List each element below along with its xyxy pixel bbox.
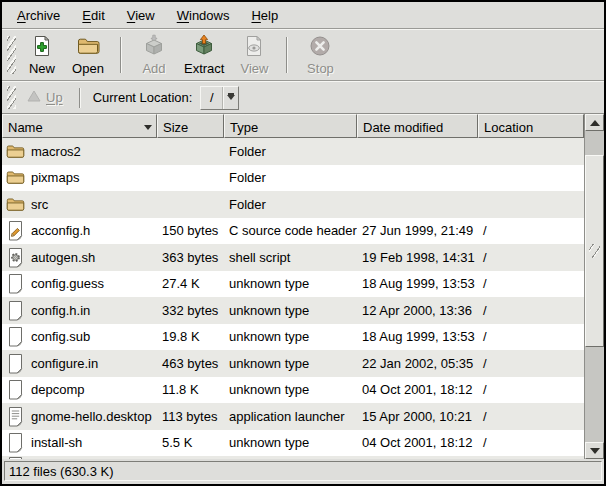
file-type: unknown type bbox=[224, 276, 357, 291]
stop-icon bbox=[308, 34, 332, 61]
menu-help-label: H bbox=[251, 8, 260, 23]
file-list: Name Size Type Date modified Location ma… bbox=[2, 113, 604, 459]
table-row[interactable]: config.h.in332 bytesunknown type12 Apr 2… bbox=[2, 297, 584, 324]
separator bbox=[79, 88, 81, 108]
column-header-name[interactable]: Name bbox=[2, 114, 157, 138]
file-date-modified: 18 Aug 1999, 13:53 bbox=[357, 329, 478, 344]
plain-file-icon bbox=[6, 273, 25, 294]
file-type: unknown type bbox=[224, 382, 357, 397]
table-row[interactable]: config.sub19.8 Kunknown type18 Aug 1999,… bbox=[2, 324, 584, 351]
stop-button: Stop bbox=[297, 32, 343, 78]
menu-archive[interactable]: Archive bbox=[6, 5, 71, 26]
file-type: Folder bbox=[224, 170, 357, 185]
file-name: gnome-hello.desktop bbox=[31, 409, 152, 424]
file-type: unknown type bbox=[224, 356, 357, 371]
table-row[interactable]: gnome-hello.desktop113 bytesapplication … bbox=[2, 403, 584, 430]
table-row[interactable]: configure.in463 bytesunknown type22 Jan … bbox=[2, 350, 584, 377]
new-button-label: New bbox=[29, 62, 55, 76]
menu-archive-label: A bbox=[17, 8, 26, 23]
file-type: unknown type bbox=[224, 329, 357, 344]
table-row[interactable]: config.guess27.4 Kunknown type18 Aug 199… bbox=[2, 271, 584, 298]
file-type: C source code header bbox=[224, 223, 357, 238]
folder-icon bbox=[6, 167, 25, 188]
new-button[interactable]: New bbox=[19, 32, 65, 78]
file-type: Folder bbox=[224, 197, 357, 212]
file-date-modified: 04 Oct 2001, 18:12 bbox=[357, 382, 478, 397]
file-location: / bbox=[478, 409, 584, 424]
file-date-modified: 22 Jan 2002, 05:35 bbox=[357, 356, 478, 371]
sort-indicator-icon[interactable] bbox=[144, 125, 152, 130]
table-row[interactable]: srcFolder bbox=[2, 191, 584, 218]
table-row[interactable]: install-sh5.5 Kunknown type04 Oct 2001, … bbox=[2, 430, 584, 457]
open-button[interactable]: Open bbox=[65, 32, 111, 78]
file-type: shell script bbox=[224, 250, 357, 265]
file-location: / bbox=[478, 382, 584, 397]
new-archive-icon bbox=[30, 34, 54, 61]
file-date-modified: 27 Jun 1999, 21:49 bbox=[357, 223, 478, 238]
menu-help[interactable]: Help bbox=[240, 5, 289, 26]
column-header-type[interactable]: Type bbox=[224, 114, 357, 138]
file-type: unknown type bbox=[224, 435, 357, 450]
file-type: unknown type bbox=[224, 303, 357, 318]
file-date-modified: 04 Oct 2001, 18:12 bbox=[357, 435, 478, 450]
location-bar: Up Current Location: / bbox=[2, 82, 604, 113]
plain-file-icon bbox=[6, 353, 25, 374]
plain-file-icon bbox=[6, 300, 25, 321]
column-header-size[interactable]: Size bbox=[157, 114, 224, 138]
menu-view[interactable]: View bbox=[116, 5, 166, 26]
file-name: config.sub bbox=[31, 329, 90, 344]
menu-edit-label: E bbox=[82, 8, 91, 23]
file-name: macros2 bbox=[31, 144, 81, 159]
vertical-scrollbar[interactable] bbox=[584, 114, 604, 459]
file-size: 5.5 K bbox=[157, 435, 224, 450]
file-type: Folder bbox=[224, 144, 357, 159]
column-header-location[interactable]: Location bbox=[478, 114, 584, 138]
file-location: / bbox=[478, 276, 584, 291]
menubar: Archive Edit View Windows Help bbox=[2, 2, 604, 28]
file-size: 19.8 K bbox=[157, 329, 224, 344]
file-rows: macros2FolderpixmapsFoldersrcFolderaccon… bbox=[2, 138, 584, 459]
location-bar-grip-handle[interactable] bbox=[7, 86, 16, 109]
file-location: / bbox=[478, 329, 584, 344]
column-header-date-modified[interactable]: Date modified bbox=[357, 114, 478, 138]
scrollbar-grip-icon bbox=[589, 244, 600, 258]
menu-edit[interactable]: Edit bbox=[71, 5, 115, 26]
plain-file-icon bbox=[6, 326, 25, 347]
scroll-down-button[interactable] bbox=[585, 442, 604, 459]
scroll-up-button[interactable] bbox=[585, 114, 604, 131]
folder-icon bbox=[6, 141, 25, 162]
file-size: 11.8 K bbox=[157, 382, 224, 397]
scrollbar-thumb[interactable] bbox=[585, 155, 604, 347]
statusbar-box: 112 files (630.3 K) bbox=[4, 461, 602, 481]
table-row[interactable]: depcomp11.8 Kunknown type04 Oct 2001, 18… bbox=[2, 377, 584, 404]
toolbar-grip-handle[interactable] bbox=[7, 36, 16, 75]
toolbar-separator bbox=[286, 37, 288, 73]
open-archive-icon bbox=[76, 34, 100, 61]
menu-windows[interactable]: Windows bbox=[166, 5, 241, 26]
location-combo[interactable]: / bbox=[200, 86, 239, 110]
add-button: Add bbox=[131, 32, 177, 78]
table-row[interactable]: macros2Folder bbox=[2, 138, 584, 165]
table-row[interactable]: acconfig.h150 bytesC source code header2… bbox=[2, 218, 584, 245]
file-date-modified: 15 Apr 2000, 10:21 bbox=[357, 409, 478, 424]
toolbar-separator bbox=[120, 37, 122, 73]
combo-dropdown-icon[interactable] bbox=[223, 87, 238, 109]
stop-button-label: Stop bbox=[307, 62, 334, 76]
file-size: 27.4 K bbox=[157, 276, 224, 291]
add-files-icon bbox=[142, 34, 166, 61]
up-button-label: Up bbox=[46, 90, 63, 105]
statusbar-text: 112 files (630.3 K) bbox=[9, 464, 114, 479]
location-combo-value[interactable]: / bbox=[201, 87, 223, 109]
file-location: / bbox=[478, 250, 584, 265]
file-location: / bbox=[478, 356, 584, 371]
table-row[interactable]: pixmapsFolder bbox=[2, 165, 584, 192]
file-date-modified: 19 Feb 1998, 14:31 bbox=[357, 250, 478, 265]
file-name: acconfig.h bbox=[31, 223, 90, 238]
table-row[interactable]: autogen.sh363 bytesshell script19 Feb 19… bbox=[2, 244, 584, 271]
file-type: application launcher bbox=[224, 409, 357, 424]
file-location: / bbox=[478, 303, 584, 318]
extract-button[interactable]: Extract bbox=[177, 32, 231, 78]
up-button: Up bbox=[19, 87, 71, 108]
scroll-up-icon bbox=[590, 120, 600, 126]
view-button-label: View bbox=[240, 62, 268, 76]
